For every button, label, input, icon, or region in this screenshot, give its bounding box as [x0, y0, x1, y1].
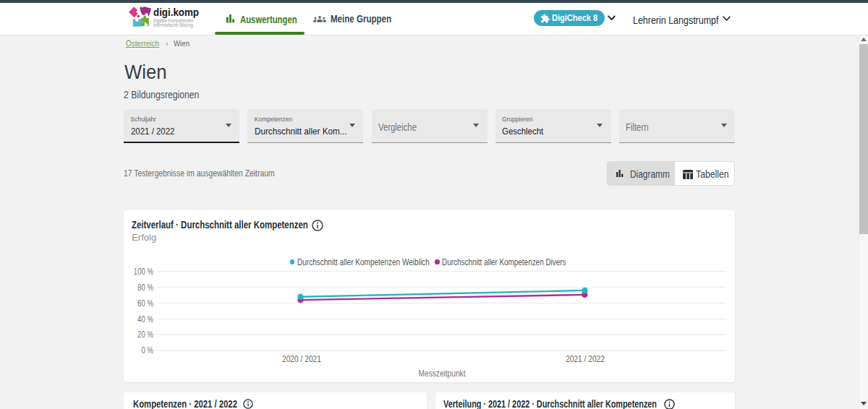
svg-text:Messzeitpunkt: Messzeitpunkt — [419, 369, 466, 379]
svg-text:2020 / 2021: 2020 / 2021 — [282, 354, 321, 364]
svg-text:40 %: 40 % — [137, 314, 153, 324]
svg-text:20 %: 20 % — [137, 330, 153, 340]
svg-text:100 %: 100 % — [134, 267, 153, 277]
svg-text:60 %: 60 % — [137, 298, 153, 309]
svg-text:2021 / 2022: 2021 / 2022 — [566, 354, 605, 364]
svg-text:80 %: 80 % — [137, 283, 153, 293]
svg-text:0 %: 0 % — [142, 345, 154, 356]
